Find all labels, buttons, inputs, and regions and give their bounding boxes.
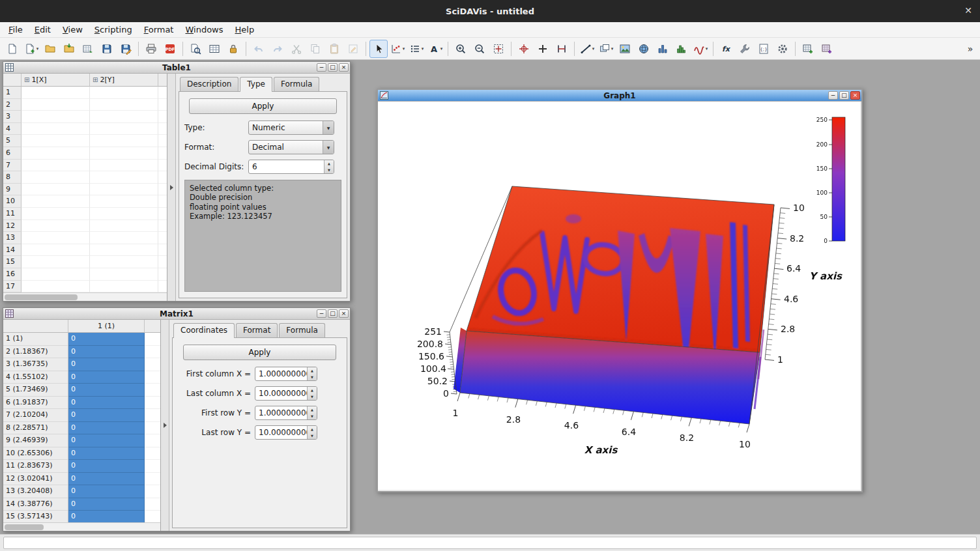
spinbox-value[interactable]: 1.000000000 <box>255 406 307 419</box>
table-cell[interactable] <box>22 99 90 111</box>
maximize-button[interactable]: □ <box>328 63 338 72</box>
graph1-titlebar[interactable]: Graph1 − □ × <box>378 90 861 102</box>
add-layer-button[interactable]: ▾ <box>597 40 615 58</box>
matrix-row-header[interactable]: 9 (2.46939) <box>3 434 68 447</box>
table-cell[interactable] <box>90 208 158 220</box>
matrix-row-header[interactable]: 15 (3.57143) <box>3 511 68 522</box>
matrix-row-header[interactable]: 11 (2.83673) <box>3 460 68 473</box>
table-cell[interactable] <box>22 268 90 281</box>
column-header[interactable]: ⊞1[X] <box>22 74 90 87</box>
plot-curve-button[interactable]: ▾ <box>691 40 710 58</box>
spin-up-icon[interactable]: ▲ <box>324 160 334 167</box>
table-cell[interactable] <box>22 256 90 268</box>
screen-reader-button[interactable] <box>515 40 533 58</box>
spinbox-value[interactable]: 6 <box>249 160 324 173</box>
table-cell[interactable] <box>90 160 158 172</box>
matrix1-panel-collapse-button[interactable] <box>161 320 169 531</box>
row-header[interactable]: 8 <box>3 171 22 184</box>
redo-button[interactable] <box>268 40 287 58</box>
spin-up-icon[interactable]: ▲ <box>308 426 317 432</box>
edit-selection-button[interactable] <box>344 40 362 58</box>
matrix1-titlebar[interactable]: Matrix1 − □ × <box>3 308 350 320</box>
lock-toolbars-button[interactable] <box>224 40 242 58</box>
matrix-cell-selected[interactable]: 0 <box>68 333 145 346</box>
matrix1-tab-formula[interactable]: Formula <box>279 323 325 337</box>
table-cell[interactable] <box>22 281 90 293</box>
matrix-row-header[interactable]: 6 (1.91837) <box>3 397 68 410</box>
print-button[interactable] <box>142 40 160 58</box>
save-template-button[interactable] <box>117 40 135 58</box>
close-button[interactable]: × <box>339 63 349 72</box>
curve-tools-button[interactable]: ▾ <box>388 40 407 58</box>
draw-line-button[interactable]: ▾ <box>578 40 596 58</box>
text-tools-button[interactable]: A▾ <box>426 40 444 58</box>
project-explorer-button[interactable] <box>186 40 205 58</box>
spinbox-value[interactable]: 10.00000000 <box>255 387 307 400</box>
matrix1-tab-coordinates[interactable]: Coordinates <box>173 323 235 338</box>
apply-button[interactable]: Apply <box>183 345 337 360</box>
table-cell[interactable] <box>90 232 158 244</box>
row-header[interactable]: 13 <box>3 232 22 244</box>
matrix-cell-selected[interactable]: 0 <box>68 434 145 447</box>
minimize-button[interactable]: − <box>317 309 326 318</box>
matrix1-tab-format[interactable]: Format <box>236 323 278 337</box>
row-header[interactable]: 2 <box>3 99 22 111</box>
spin-down-icon[interactable]: ▼ <box>308 374 317 380</box>
matrix-row-header[interactable]: 10 (2.65306) <box>3 447 68 460</box>
row-header[interactable]: 11 <box>3 208 22 220</box>
table1-panel-collapse-button[interactable] <box>167 74 176 301</box>
maximize-button[interactable]: □ <box>839 91 849 100</box>
import-ascii-button[interactable] <box>79 40 97 58</box>
zoom-in-button[interactable] <box>452 40 470 58</box>
row-header[interactable]: 14 <box>3 244 22 257</box>
table1-titlebar[interactable]: Table1 − □ × <box>3 62 350 74</box>
script-window-button[interactable]: {;} <box>755 40 773 58</box>
spinbox-value[interactable]: 10.00000000 <box>255 426 307 439</box>
plot-histogram-button[interactable] <box>672 40 691 58</box>
matrix-row-header[interactable]: 5 (1.73469) <box>3 384 68 397</box>
row-header[interactable]: 16 <box>3 268 22 281</box>
matrix-column-header[interactable]: 1 (1) <box>68 320 145 333</box>
table-cell[interactable] <box>22 232 90 244</box>
table-cell[interactable] <box>22 135 90 147</box>
new-window-button[interactable]: ▾ <box>22 40 40 58</box>
save-project-button[interactable] <box>98 40 116 58</box>
table-cell[interactable] <box>90 111 158 123</box>
paste-button[interactable] <box>325 40 343 58</box>
matrix-row-header[interactable]: 8 (2.28571) <box>3 422 68 435</box>
menu-help[interactable]: Help <box>229 23 261 36</box>
menu-file[interactable]: File <box>3 23 29 36</box>
last-row-y-spinbox[interactable]: 10.00000000▲▼ <box>255 425 317 440</box>
first-column-x-spinbox[interactable]: 1.000000000▲▼ <box>255 367 317 381</box>
app-titlebar[interactable]: SciDAVis - untitled ✕ <box>0 0 980 22</box>
table-cell[interactable] <box>90 184 158 196</box>
matrix-cell-selected[interactable]: 0 <box>68 447 145 460</box>
last-column-x-spinbox[interactable]: 10.00000000▲▼ <box>255 386 317 401</box>
matrix-cell-selected[interactable]: 0 <box>68 358 145 371</box>
table-cell[interactable] <box>22 123 90 135</box>
menu-format[interactable]: Format <box>138 23 180 36</box>
spin-down-icon[interactable]: ▼ <box>324 167 334 173</box>
table-cell[interactable] <box>90 281 158 293</box>
matrix-cell-selected[interactable]: 0 <box>68 485 145 498</box>
matrix-cell-selected[interactable]: 0 <box>68 460 145 473</box>
table1-tab-formula[interactable]: Formula <box>274 77 320 91</box>
spin-down-icon[interactable]: ▼ <box>308 393 317 400</box>
scrollbar-thumb[interactable] <box>5 294 78 300</box>
cut-button[interactable] <box>287 40 306 58</box>
format-combo[interactable]: Decimal ▼ <box>248 140 334 154</box>
menu-view[interactable]: View <box>57 23 89 36</box>
open-template-button[interactable] <box>60 40 78 58</box>
matrix-cell-selected[interactable]: 0 <box>68 422 145 435</box>
undo-button[interactable] <box>250 40 268 58</box>
matrix1-horizontal-scrollbar[interactable] <box>3 522 160 531</box>
minimize-button[interactable]: − <box>317 63 326 72</box>
plot-3d-button[interactable] <box>635 40 653 58</box>
table-cell[interactable] <box>22 160 90 172</box>
row-header[interactable]: 5 <box>3 135 22 147</box>
matrix-cell-selected[interactable]: 0 <box>68 498 145 511</box>
scrollbar-thumb[interactable] <box>5 524 44 530</box>
pointer-button[interactable] <box>369 40 388 58</box>
menu-edit[interactable]: Edit <box>29 23 57 36</box>
new-matrix-button[interactable] <box>818 40 836 58</box>
